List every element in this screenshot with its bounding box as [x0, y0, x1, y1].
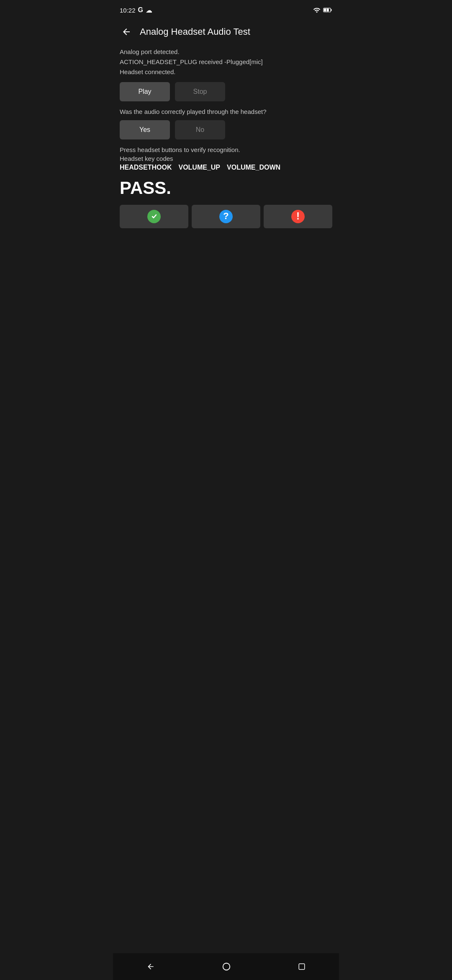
- no-button[interactable]: No: [175, 120, 225, 139]
- nav-back-button[interactable]: [136, 959, 165, 974]
- status-messages: Analog port detected. ACTION_HEADSET_PLU…: [120, 47, 332, 77]
- question-circle-icon: ?: [218, 209, 234, 224]
- back-button[interactable]: [120, 25, 133, 39]
- nav-recents-button[interactable]: [288, 959, 316, 974]
- status-bar-right: [313, 7, 332, 13]
- yes-button[interactable]: Yes: [120, 120, 170, 139]
- play-stop-row: Play Stop: [120, 82, 332, 101]
- play-button[interactable]: Play: [120, 82, 170, 101]
- svg-text:!: !: [296, 210, 300, 222]
- key-code-2: VOLUME_UP: [178, 164, 220, 171]
- question-text: Was the audio correctly played through t…: [120, 108, 332, 115]
- battery-icon: [323, 7, 332, 13]
- page-title: Analog Headset Audio Test: [140, 26, 250, 37]
- pass-text: PASS.: [120, 178, 332, 198]
- wifi-icon: [313, 7, 321, 13]
- svg-rect-10: [299, 964, 305, 970]
- nav-recents-icon: [298, 963, 306, 970]
- key-codes-row: HEADSETHOOK VOLUME_UP VOLUME_DOWN: [120, 164, 332, 171]
- cloud-icon: ☁: [146, 6, 152, 14]
- pass-action-button[interactable]: [120, 205, 188, 228]
- exclamation-circle-icon: !: [290, 209, 306, 224]
- status-bar-left: 10:22 G ☁: [120, 6, 152, 14]
- status-time: 10:22: [120, 7, 136, 14]
- stop-button[interactable]: Stop: [175, 82, 225, 101]
- key-codes-label: Headset key codes: [120, 155, 332, 162]
- status-line-3: Headset connected.: [120, 67, 332, 77]
- status-line-2: ACTION_HEADSET_PLUG received -Plugged[mi…: [120, 57, 332, 67]
- nav-bar: [113, 953, 339, 980]
- svg-point-9: [223, 963, 230, 970]
- info-action-button[interactable]: ?: [192, 205, 260, 228]
- main-content: Analog port detected. ACTION_HEADSET_PLU…: [113, 44, 339, 597]
- status-line-1: Analog port detected.: [120, 47, 332, 57]
- action-buttons: ? !: [120, 205, 332, 228]
- header: Analog Headset Audio Test: [113, 20, 339, 44]
- nav-home-icon: [222, 962, 231, 971]
- fail-action-button[interactable]: !: [264, 205, 332, 228]
- status-bar: 10:22 G ☁: [113, 0, 339, 20]
- svg-text:?: ?: [223, 211, 229, 221]
- svg-rect-1: [331, 9, 331, 11]
- press-headset-text: Press headset buttons to verify recognit…: [120, 146, 332, 153]
- key-code-3: VOLUME_DOWN: [227, 164, 280, 171]
- google-icon: G: [138, 6, 143, 14]
- check-circle-icon: [146, 209, 162, 224]
- key-codes-section: Press headset buttons to verify recognit…: [120, 146, 332, 171]
- yes-no-row: Yes No: [120, 120, 332, 139]
- key-code-1: HEADSETHOOK: [120, 164, 172, 171]
- spacer: [113, 597, 339, 954]
- nav-back-icon: [146, 962, 155, 971]
- nav-home-button[interactable]: [212, 959, 241, 975]
